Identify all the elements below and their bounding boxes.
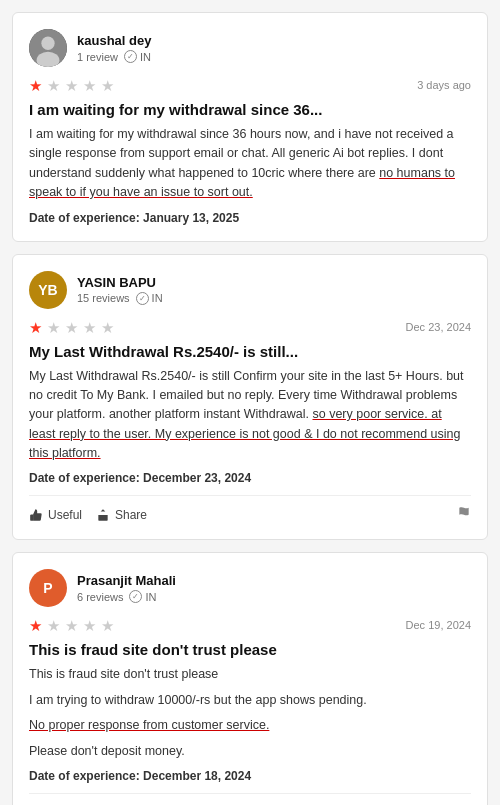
avatar-2: YB xyxy=(29,271,67,309)
thumbs-up-icon-2 xyxy=(29,508,43,522)
star-3-1: ★ xyxy=(29,617,45,633)
star-2-2: ★ xyxy=(47,319,63,335)
reviewer-header-1: kaushal dey 1 review ✓ IN xyxy=(29,29,471,67)
review-body-3: This is fraud site don't trust please I … xyxy=(29,665,471,761)
star-1-5: ★ xyxy=(101,77,117,93)
review-card-2: YB YASIN BAPU 15 reviews ✓ IN ★ ★ ★ ★ ★ … xyxy=(12,254,488,541)
date-of-experience-2: Date of experience: December 23, 2024 xyxy=(29,471,471,485)
review-body-part1-3: This is fraud site don't trust please xyxy=(29,665,471,684)
flag-icon-2 xyxy=(457,506,471,520)
star-1-4: ★ xyxy=(83,77,99,93)
review-title-2: My Last Withdrawal Rs.2540/- is still... xyxy=(29,343,471,360)
svg-point-1 xyxy=(41,37,54,50)
rating-date-row-1: ★ ★ ★ ★ ★ 3 days ago xyxy=(29,77,471,93)
reviewer-name-2: YASIN BAPU xyxy=(77,275,163,290)
location-1: ✓ IN xyxy=(124,50,151,63)
review-count-2: 15 reviews xyxy=(77,292,130,304)
reviewer-info-1: kaushal dey 1 review ✓ IN xyxy=(77,33,151,63)
location-2: ✓ IN xyxy=(136,292,163,305)
date-of-experience-3: Date of experience: December 18, 2024 xyxy=(29,769,471,783)
star-2-1: ★ xyxy=(29,319,45,335)
action-divider-2 xyxy=(29,495,471,496)
review-body-part2-3: I am trying to withdraw 10000/-rs but th… xyxy=(29,691,471,710)
review-count-3: 6 reviews xyxy=(77,591,123,603)
review-title-1: I am waiting for my withdrawal since 36.… xyxy=(29,101,471,118)
review-card-3: P Prasanjit Mahali 6 reviews ✓ IN ★ ★ ★ … xyxy=(12,552,488,805)
share-button-2[interactable]: Share xyxy=(96,508,147,522)
review-body-1: I am waiting for my withdrawal since 36 … xyxy=(29,125,471,203)
stars-2: ★ ★ ★ ★ ★ xyxy=(29,319,117,335)
location-icon-2: ✓ xyxy=(136,292,149,305)
reviewer-info-3: Prasanjit Mahali 6 reviews ✓ IN xyxy=(77,573,176,603)
rating-date-row-3: ★ ★ ★ ★ ★ Dec 19, 2024 xyxy=(29,617,471,633)
avatar-1 xyxy=(29,29,67,67)
star-1-2: ★ xyxy=(47,77,63,93)
star-3-5: ★ xyxy=(101,617,117,633)
star-3-2: ★ xyxy=(47,617,63,633)
star-2-3: ★ xyxy=(65,319,81,335)
flag-button-2[interactable] xyxy=(457,506,471,523)
star-3-3: ★ xyxy=(65,617,81,633)
location-3: ✓ IN xyxy=(129,590,156,603)
star-3-4: ★ xyxy=(83,617,99,633)
stars-3: ★ ★ ★ ★ ★ xyxy=(29,617,117,633)
stars-1: ★ ★ ★ ★ ★ xyxy=(29,77,117,93)
star-1-3: ★ xyxy=(65,77,81,93)
rating-date-row-2: ★ ★ ★ ★ ★ Dec 23, 2024 xyxy=(29,319,471,335)
review-body-part3-3: Please don't deposit money. xyxy=(29,742,471,761)
reviewer-header-3: P Prasanjit Mahali 6 reviews ✓ IN xyxy=(29,569,471,607)
reviewer-meta-2: 15 reviews ✓ IN xyxy=(77,292,163,305)
review-body-underlined-3: No proper response from customer service… xyxy=(29,718,269,732)
reviewer-name-3: Prasanjit Mahali xyxy=(77,573,176,588)
action-divider-3 xyxy=(29,793,471,794)
avatar-3: P xyxy=(29,569,67,607)
location-icon-1: ✓ xyxy=(124,50,137,63)
share-label-2: Share xyxy=(115,508,147,522)
useful-label-2: Useful xyxy=(48,508,82,522)
reviewer-info-2: YASIN BAPU 15 reviews ✓ IN xyxy=(77,275,163,305)
review-card-1: kaushal dey 1 review ✓ IN ★ ★ ★ ★ ★ 3 da… xyxy=(12,12,488,242)
reviewer-meta-1: 1 review ✓ IN xyxy=(77,50,151,63)
star-2-5: ★ xyxy=(101,319,117,335)
date-of-experience-1: Date of experience: January 13, 2025 xyxy=(29,211,471,225)
review-body-2: My Last Withdrawal Rs.2540/- is still Co… xyxy=(29,367,471,464)
review-title-3: This is fraud site don't trust please xyxy=(29,641,471,658)
star-2-4: ★ xyxy=(83,319,99,335)
actions-row-2: Useful Share xyxy=(29,506,471,523)
review-date-2: Dec 23, 2024 xyxy=(406,321,471,333)
review-count-1: 1 review xyxy=(77,51,118,63)
share-icon-2 xyxy=(96,508,110,522)
reviewer-meta-3: 6 reviews ✓ IN xyxy=(77,590,176,603)
reviewer-name-1: kaushal dey xyxy=(77,33,151,48)
star-1-1: ★ xyxy=(29,77,45,93)
location-icon-3: ✓ xyxy=(129,590,142,603)
review-date-1: 3 days ago xyxy=(417,79,471,91)
useful-button-2[interactable]: Useful xyxy=(29,508,82,522)
reviewer-header-2: YB YASIN BAPU 15 reviews ✓ IN xyxy=(29,271,471,309)
review-date-3: Dec 19, 2024 xyxy=(406,619,471,631)
